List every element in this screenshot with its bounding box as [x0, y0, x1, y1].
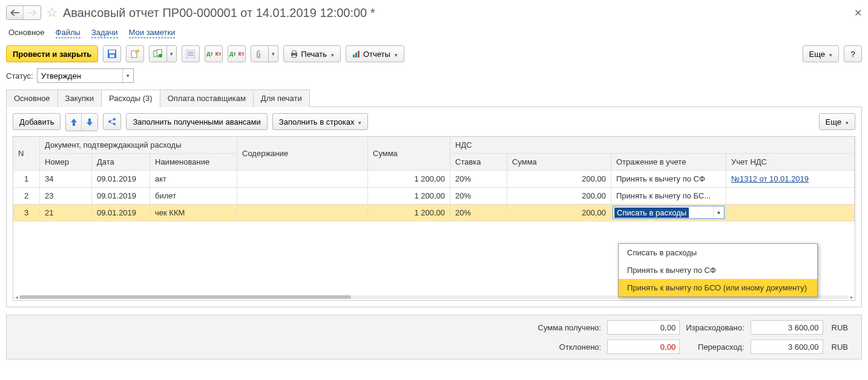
spent-label: Израсходовано:: [686, 323, 744, 332]
tab-expenses[interactable]: Расходы (3): [101, 90, 160, 107]
status-label: Статус:: [6, 71, 33, 80]
tab-main[interactable]: Основное: [6, 90, 58, 107]
svg-rect-2: [110, 54, 114, 57]
col-sum[interactable]: Сумма: [368, 137, 450, 171]
svg-rect-1: [109, 50, 115, 53]
status-dropdown-icon[interactable]: ▾: [122, 69, 133, 82]
nav-tab-notes[interactable]: Мои заметки: [129, 28, 176, 38]
received-label: Сумма получено:: [538, 323, 602, 332]
move-down-button[interactable]: [82, 114, 97, 131]
fill-advances-button[interactable]: Заполнить полученными авансами: [126, 113, 267, 130]
history-nav: [6, 5, 41, 20]
received-value: 0,00: [607, 320, 680, 335]
sub-tabs: Основное Закупки Расходы (3) Оплата пост…: [6, 89, 862, 107]
accounting-selected-value: Списать в расходы: [614, 208, 689, 218]
col-document[interactable]: Документ, подтверждающий расходы: [40, 137, 237, 154]
tab-body-expenses: Добавить Заполнить полученными авансами …: [6, 107, 862, 307]
status-combo[interactable]: ▾: [37, 68, 134, 83]
col-vat-acct[interactable]: Учет НДС: [726, 154, 855, 171]
svg-line-21: [110, 122, 114, 124]
list-button[interactable]: [182, 45, 200, 62]
fill-rows-button[interactable]: Заполнить в строках: [272, 113, 369, 130]
move-row-group: [65, 113, 98, 131]
table-row[interactable]: 1 34 09.01.2019 акт 1 200,00 20% 200,00 …: [13, 171, 855, 188]
svg-rect-14: [353, 54, 355, 57]
col-name[interactable]: Наименование: [150, 154, 237, 171]
forward-button[interactable]: [24, 6, 41, 19]
tab-toolbar: Добавить Заполнить полученными авансами …: [13, 113, 855, 131]
close-icon[interactable]: ✕: [854, 7, 862, 19]
favorite-star-icon[interactable]: ☆: [46, 5, 58, 21]
dropdown-option-highlighted[interactable]: Принять к вычету по БСО (или иному докум…: [619, 279, 817, 296]
tab-more-button[interactable]: Еще: [819, 113, 855, 130]
dropdown-option[interactable]: Принять к вычету по СФ: [619, 261, 817, 279]
tab-print[interactable]: Для печати: [253, 90, 310, 107]
nav-tab-main[interactable]: Основное: [8, 28, 45, 38]
nav-tab-files[interactable]: Файлы: [56, 28, 81, 38]
titlebar: ☆ Авансовый отчет ПР00-000001 от 14.01.2…: [6, 5, 862, 21]
currency-label: RUB: [829, 323, 850, 332]
move-up-button[interactable]: [66, 114, 82, 131]
dropdown-option[interactable]: Списать в расходы: [619, 244, 817, 261]
print-button[interactable]: Печать: [283, 45, 341, 62]
dt-ct-button[interactable]: ДтКт: [205, 45, 223, 62]
post-and-close-button[interactable]: Провести и закрыть: [6, 45, 98, 62]
share-button[interactable]: [103, 113, 121, 130]
editor-dropdown-icon[interactable]: ▾: [713, 206, 724, 218]
reports-button[interactable]: Отчеты: [346, 45, 404, 62]
col-n[interactable]: N: [13, 137, 40, 171]
nav-tab-tasks[interactable]: Задачи: [91, 28, 118, 38]
main-toolbar: Провести и закрыть ▾ ДтКт ДтКт ▾ Печать …: [6, 45, 862, 62]
col-accounting[interactable]: Отражение в учете: [611, 154, 726, 171]
accounting-cell-editor[interactable]: Списать в расходы ▾: [613, 206, 725, 219]
spent-value: 3 600,00: [751, 320, 823, 335]
add-row-button[interactable]: Добавить: [13, 113, 61, 130]
col-num[interactable]: Номер: [40, 154, 92, 171]
accounting-dropdown: Списать в расходы Принять к вычету по СФ…: [618, 243, 818, 297]
svg-point-6: [159, 54, 162, 57]
attach-button[interactable]: ▾: [251, 45, 278, 62]
table-row-selected[interactable]: 3 21 09.01.2019 чек ККМ 1 200,00 20% 200…: [13, 205, 855, 221]
col-nds-sum[interactable]: Сумма: [507, 154, 611, 171]
declined-label: Отклонено:: [538, 342, 602, 352]
currency-label: RUB: [829, 342, 850, 352]
status-input[interactable]: [38, 69, 122, 82]
create-based-on-button[interactable]: ▾: [149, 45, 177, 62]
svg-rect-12: [292, 51, 296, 53]
svg-rect-13: [292, 55, 296, 57]
post-button[interactable]: [126, 45, 144, 62]
col-nds[interactable]: НДС: [450, 137, 855, 154]
save-button[interactable]: [103, 45, 121, 62]
nav-tabs: Основное Файлы Задачи Мои заметки: [6, 27, 862, 39]
table-row[interactable]: 2 23 09.01.2019 билет 1 200,00 20% 200,0…: [13, 188, 855, 205]
tab-purchases[interactable]: Закупки: [58, 90, 102, 107]
back-button[interactable]: [7, 6, 24, 19]
more-button[interactable]: Еще: [803, 45, 839, 62]
dt-kt-toggle-button[interactable]: ДтКт: [228, 45, 246, 62]
declined-value: 0,00: [607, 339, 680, 354]
page-title: Авансовый отчет ПР00-000001 от 14.01.201…: [63, 6, 375, 20]
overspend-value: 3 600,00: [751, 339, 823, 354]
overspend-label: Перерасход:: [686, 342, 744, 352]
tab-vendor-payment[interactable]: Оплата поставщикам: [160, 90, 254, 107]
svg-line-20: [110, 119, 114, 121]
help-button[interactable]: ?: [844, 45, 862, 62]
col-content[interactable]: Содержание: [237, 137, 368, 171]
svg-rect-16: [358, 51, 360, 57]
expenses-grid: N Документ, подтверждающий расходы Содер…: [13, 136, 855, 301]
col-date[interactable]: Дата: [92, 154, 150, 171]
invoice-link[interactable]: №1312 от 10.01.2019: [731, 174, 809, 183]
footer-totals: Сумма получено: 0,00 Израсходовано: 3 60…: [6, 315, 862, 359]
col-rate[interactable]: Ставка: [450, 154, 507, 171]
svg-rect-15: [355, 53, 357, 57]
status-row: Статус: ▾: [6, 68, 862, 83]
